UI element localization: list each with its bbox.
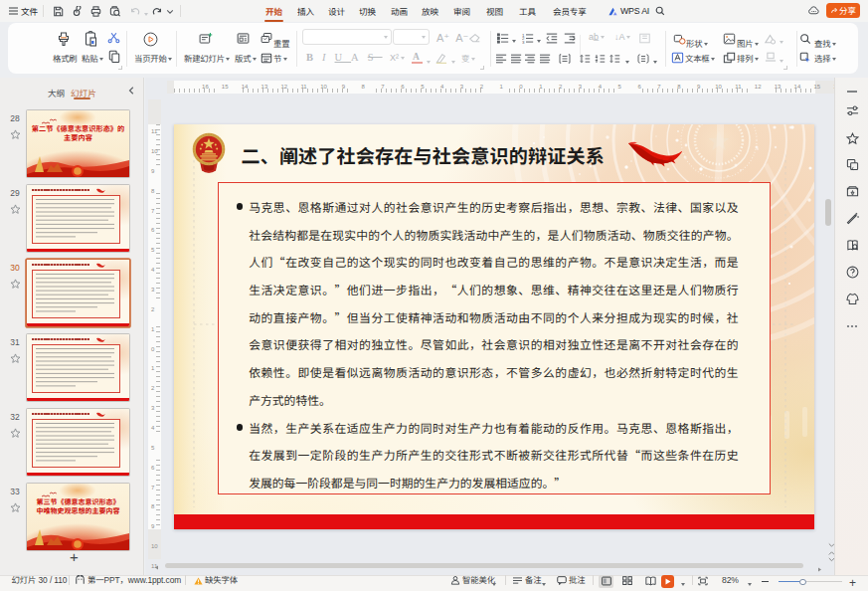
svg-text:3: 3 <box>522 40 525 44</box>
